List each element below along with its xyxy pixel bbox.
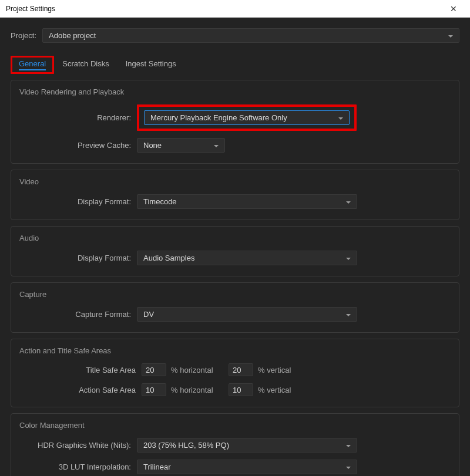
renderer-select[interactable]: Mercury Playback Engine Software Only: [144, 110, 350, 125]
video-format-label: Display Format:: [19, 197, 137, 206]
audio-format-select[interactable]: Audio Samples: [137, 251, 357, 265]
group-capture: Capture Capture Format: DV: [11, 282, 459, 333]
lut-interp-label: 3D LUT Interpolation:: [19, 463, 137, 471]
video-format-value: Timecode: [143, 197, 177, 206]
capture-format-label: Capture Format:: [19, 310, 137, 319]
project-select[interactable]: Adobe project: [42, 28, 459, 43]
hdr-white-value: 203 (75% HLG, 58% PQ): [143, 441, 229, 450]
capture-title: Capture: [19, 290, 451, 299]
hdr-white-label: HDR Graphics White (Nits):: [19, 441, 137, 450]
tab-scratch-disks[interactable]: Scratch Disks: [54, 56, 117, 74]
project-value: Adobe project: [49, 31, 96, 40]
tab-general[interactable]: General: [11, 56, 54, 74]
dialog-content: Project: Adobe project General Scratch D…: [0, 18, 470, 476]
title-safe-h-input[interactable]: 20: [142, 363, 166, 376]
audio-title: Audio: [19, 234, 451, 242]
group-video: Video Display Format: Timecode: [11, 170, 459, 220]
pct-vertical-label: % vertical: [258, 366, 311, 374]
audio-format-label: Display Format:: [19, 254, 137, 262]
renderer-label: Renderer:: [19, 113, 137, 122]
color-management-title: Color Management: [19, 421, 451, 430]
preview-cache-value: None: [143, 141, 162, 150]
pct-horizontal-label-2: % horizontal: [171, 386, 224, 394]
hdr-white-select[interactable]: 203 (75% HLG, 58% PQ): [137, 438, 357, 453]
video-title: Video: [19, 177, 451, 186]
audio-format-value: Audio Samples: [143, 254, 194, 262]
group-rendering: Video Rendering and Playback Renderer: M…: [11, 80, 459, 164]
lut-interp-value: Trilinear: [143, 463, 170, 471]
capture-format-value: DV: [143, 310, 154, 319]
lut-interp-select[interactable]: Trilinear: [137, 460, 357, 474]
action-safe-v-input[interactable]: 10: [229, 383, 253, 396]
action-safe-label: Action Safe Area: [19, 386, 137, 394]
renderer-value: Mercury Playback Engine Software Only: [150, 113, 287, 122]
title-safe-label: Title Safe Area: [19, 366, 137, 374]
safe-areas-title: Action and Title Safe Areas: [19, 346, 451, 355]
group-safe-areas: Action and Title Safe Areas Title Safe A…: [11, 339, 459, 407]
group-color-management: Color Management HDR Graphics White (Nit…: [11, 413, 459, 476]
close-icon[interactable]: ✕: [442, 4, 465, 13]
renderer-highlight: Mercury Playback Engine Software Only: [137, 104, 357, 131]
pct-vertical-label-2: % vertical: [258, 386, 311, 394]
pct-horizontal-label: % horizontal: [171, 366, 224, 374]
rendering-title: Video Rendering and Playback: [19, 87, 451, 96]
project-label: Project:: [11, 31, 36, 40]
tab-ingest-settings[interactable]: Ingest Settings: [118, 56, 184, 74]
window-title: Project Settings: [6, 5, 55, 13]
preview-cache-select[interactable]: None: [137, 138, 225, 153]
tabs: General Scratch Disks Ingest Settings: [11, 56, 459, 74]
project-row: Project: Adobe project: [11, 28, 459, 43]
video-format-select[interactable]: Timecode: [137, 194, 357, 209]
action-safe-h-input[interactable]: 10: [142, 383, 166, 396]
preview-cache-label: Preview Cache:: [19, 141, 137, 150]
title-safe-v-input[interactable]: 20: [229, 363, 253, 376]
group-audio: Audio Display Format: Audio Samples: [11, 226, 459, 276]
capture-format-select[interactable]: DV: [137, 307, 357, 322]
titlebar: Project Settings ✕: [0, 0, 470, 18]
